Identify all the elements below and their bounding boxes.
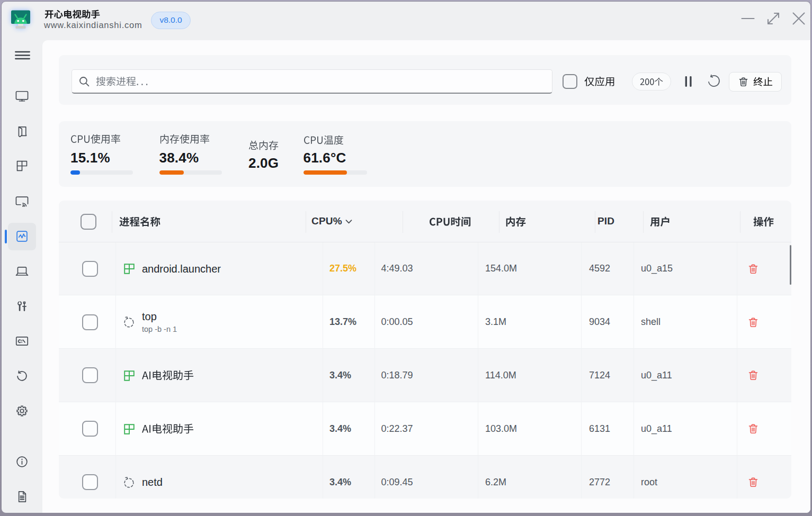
terminate-label	[753, 77, 773, 87]
cpu-time-cell: 4:49.03	[381, 242, 413, 296]
sidebar-item-activity-monitor[interactable]	[7, 229, 37, 244]
menu-toggle-button[interactable]	[15, 51, 30, 60]
sidebar-item-screen-cast[interactable]	[7, 194, 37, 209]
search-icon	[78, 76, 90, 87]
kill-process-button[interactable]	[748, 477, 759, 487]
header-divider	[595, 211, 595, 233]
column-divider	[633, 242, 634, 499]
kill-process-button[interactable]	[748, 264, 759, 274]
sidebar-item-settings[interactable]	[7, 403, 37, 418]
total-memory-label	[248, 140, 279, 150]
pid-cell: 4592	[589, 242, 610, 296]
memory-cell: 114.0M	[485, 349, 516, 402]
kill-process-button[interactable]	[748, 370, 759, 381]
memory-usage-value: 38.4%	[159, 151, 199, 165]
row-checkbox[interactable]	[82, 421, 98, 437]
sort-descending-icon[interactable]	[345, 220, 352, 224]
sidebar-item-history[interactable]	[7, 368, 37, 383]
table-row[interactable]: netd 3.4% 0:09.45 6.2M 2772 root	[59, 456, 791, 499]
sidebar-item-document[interactable]	[7, 490, 37, 504]
sidebar-item-tv-screen[interactable]	[7, 88, 37, 103]
active-item-indicator	[5, 230, 7, 243]
process-table-card: CPU% PID android.launcher 27.5% 4:49.03 …	[59, 201, 791, 499]
header-cpu-percent[interactable]: CPU%	[311, 201, 342, 242]
app-logo-icon	[11, 6, 31, 30]
app-grid-icon	[123, 262, 136, 275]
minimize-button[interactable]	[741, 12, 755, 25]
table-row[interactable]: 3.4% 0:18.79 114.0M 7124 u0_a11	[59, 349, 791, 402]
cpu-time-cell: 0:00.05	[381, 295, 413, 349]
cpu-temp-bar-fill	[304, 170, 347, 175]
table-row[interactable]: toptop -b -n 1 13.7% 0:00.05 3.1M 9034 s…	[59, 295, 791, 349]
scrollbar-thumb[interactable]	[790, 245, 792, 285]
process-count-badge	[632, 73, 671, 91]
user-cell: u0_a11	[641, 349, 672, 402]
kill-process-button[interactable]	[748, 423, 759, 434]
sidebar-item-terminal[interactable]	[7, 333, 37, 348]
sidebar-item-apps-grid[interactable]	[7, 159, 37, 174]
pid-cell: 9034	[589, 295, 610, 349]
cpu-time-cell: 0:18.79	[381, 349, 413, 402]
row-checkbox[interactable]	[82, 367, 98, 383]
cpu-temp-label	[304, 135, 344, 145]
table-row[interactable]: 3.4% 0:22.37 103.0M 6131 u0_a11	[59, 402, 791, 456]
app-grid-icon	[123, 369, 136, 382]
sidebar-item-page-flip[interactable]	[7, 124, 37, 139]
app-website: www.kaixindianshi.com	[44, 21, 142, 30]
header-divider	[740, 211, 740, 233]
header-cpu-percent-text: CPU%	[311, 215, 342, 227]
info-icon	[15, 455, 29, 468]
memory-usage-label	[159, 134, 210, 144]
sidebar-item-laptop[interactable]	[7, 264, 37, 279]
memory-cell: 154.0M	[485, 242, 517, 296]
maximize-button[interactable]	[766, 12, 780, 25]
table-header: CPU% PID	[59, 201, 791, 242]
process-name	[142, 370, 194, 381]
refresh-button[interactable]	[707, 75, 720, 88]
system-stats-card: 15.1% 38.4% 2.0G 61.6°C	[59, 121, 791, 187]
page-flip-icon	[15, 124, 29, 138]
header-divider	[306, 211, 306, 233]
memory-cell: 103.0M	[485, 402, 517, 456]
table-body: android.launcher 27.5% 4:49.03 154.0M 45…	[59, 242, 791, 499]
app-grid-icon	[123, 423, 136, 436]
column-divider	[115, 242, 116, 499]
apps-only-checkbox[interactable]	[563, 74, 577, 89]
cpu-time-cell: 0:09.45	[381, 456, 413, 499]
header-pid: PID	[597, 201, 614, 242]
settings-icon	[15, 404, 29, 418]
user-cell: shell	[641, 295, 661, 349]
select-all-checkbox[interactable]	[81, 214, 96, 230]
user-cell: root	[641, 456, 657, 499]
column-divider	[478, 242, 478, 499]
pid-cell: 7124	[589, 349, 610, 402]
row-checkbox[interactable]	[82, 474, 98, 490]
header-divider	[499, 211, 499, 233]
row-checkbox[interactable]	[82, 314, 98, 330]
terminate-button[interactable]	[729, 72, 782, 92]
screen: www.kaixindianshi.com v8.0.0	[0, 0, 812, 516]
memory-usage-bar-fill	[159, 170, 184, 175]
cpu-temp-bar	[304, 170, 367, 175]
cpu-usage-label	[70, 134, 121, 144]
search-toolbar-card	[59, 55, 791, 105]
cpu-percent-cell: 3.4%	[329, 349, 351, 402]
pause-button[interactable]	[684, 76, 692, 87]
total-memory-value: 2.0G	[248, 156, 279, 170]
pid-cell: 2772	[589, 456, 610, 499]
sidebar-item-tools[interactable]	[7, 298, 37, 313]
close-button[interactable]	[792, 12, 806, 25]
sidebar-item-info[interactable]	[7, 454, 37, 469]
kill-process-button[interactable]	[748, 317, 759, 328]
history-icon	[15, 369, 29, 383]
cpu-time-cell: 0:22.37	[381, 402, 413, 456]
header-process-name	[119, 201, 160, 242]
row-checkbox[interactable]	[82, 261, 98, 277]
column-divider	[323, 242, 323, 499]
search-placeholder	[96, 69, 150, 93]
version-text: v8.0.0	[159, 15, 182, 25]
cpu-percent-cell: 3.4%	[329, 456, 351, 499]
table-row[interactable]: android.launcher 27.5% 4:49.03 154.0M 45…	[59, 242, 791, 296]
app-title	[44, 10, 100, 19]
memory-cell: 6.2M	[485, 456, 506, 499]
